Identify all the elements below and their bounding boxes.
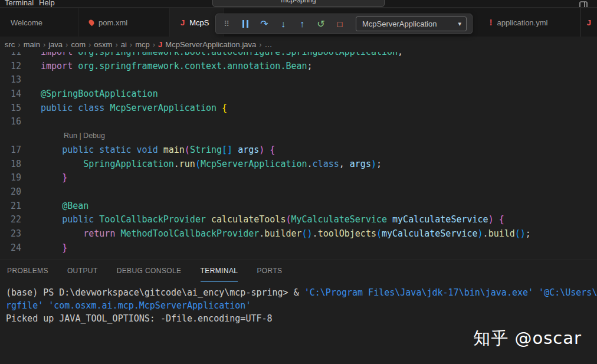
code-line: 12import org.springframework.context.ann…: [0, 60, 597, 74]
debug-config-dropdown[interactable]: McpServerApplication ▾: [356, 17, 467, 31]
line-number[interactable]: 18: [0, 158, 21, 172]
step-over-button[interactable]: ↷: [259, 18, 270, 31]
code-editor[interactable]: 11import org.springframework.boot.autoco…: [0, 52, 597, 260]
tab-pom-xml[interactable]: pom.xml: [78, 8, 170, 37]
line-number[interactable]: 13: [0, 73, 21, 87]
title-bar: Terminal Help mcp-spring: [0, 0, 597, 8]
editor-tab-bar: Welcome pom.xml J McpS ! application.yml…: [0, 8, 597, 37]
breadcrumb-separator: ›: [15, 40, 23, 49]
line-number[interactable]: 17: [0, 143, 21, 158]
code-text: @Bean: [21, 199, 88, 214]
code-line: 14@SpringBootApplication: [0, 87, 597, 101]
panel-tab-ports[interactable]: PORTS: [257, 260, 282, 282]
code-text: [21, 185, 41, 199]
line-number[interactable]: 19: [0, 171, 21, 185]
code-text: SpringApplication.run(McpServerApplicati…: [21, 158, 382, 172]
terminal-line: rgfile' 'com.osxm.ai.mcp.McpServerApplic…: [6, 299, 597, 312]
panel-tab-bar: PROBLEMSOUTPUTDEBUG CONSOLETERMINALPORTS: [0, 260, 597, 282]
line-number[interactable]: 24: [0, 241, 21, 255]
code-line: 11import org.springframework.boot.autoco…: [0, 52, 597, 60]
java-file-icon: J: [587, 19, 591, 27]
code-text: public ToolCallbackProvider calculateToo…: [21, 213, 504, 227]
panel-tab-terminal[interactable]: TERMINAL: [201, 260, 238, 282]
panel-tab-debug-console[interactable]: DEBUG CONSOLE: [117, 260, 182, 282]
tab-label: application.yml: [497, 18, 547, 27]
restart-button[interactable]: ↺: [316, 18, 326, 31]
breadcrumb-item[interactable]: main: [24, 40, 40, 49]
code-text: import org.springframework.boot.autoconf…: [21, 52, 403, 60]
breadcrumb-separator: ›: [150, 40, 158, 49]
maven-icon: [88, 19, 96, 27]
menu-help[interactable]: Help: [39, 0, 55, 7]
chevron-down-icon: ▾: [458, 20, 461, 28]
breadcrumb-item[interactable]: java: [48, 40, 63, 49]
code-text: return MethodToolCallbackProvider.builde…: [21, 227, 531, 241]
line-number[interactable]: 20: [0, 185, 21, 199]
line-number[interactable]: 22: [0, 213, 21, 227]
breadcrumb-item[interactable]: src: [5, 40, 15, 49]
breadcrumb-separator: ›: [256, 40, 264, 49]
code-text: [21, 73, 41, 87]
debug-toolbar: ⠿ ↷ ↓ ↑ ↺ □ McpServerApplication ▾: [215, 14, 473, 34]
pause-button[interactable]: [240, 18, 251, 31]
pause-icon: [242, 20, 248, 28]
code-line: 22 public ToolCallbackProvider calculate…: [0, 213, 597, 227]
command-center-search[interactable]: mcp-spring: [212, 0, 385, 7]
tab-java-cropped[interactable]: J: [580, 8, 597, 37]
breadcrumb-item[interactable]: …: [265, 40, 273, 49]
code-text: [21, 115, 41, 129]
codelens-row: Run | Debug: [0, 129, 597, 143]
code-line: 13: [0, 73, 597, 87]
warning-icon: !: [490, 18, 493, 27]
line-number[interactable]: 23: [0, 227, 21, 241]
panel-tab-problems[interactable]: PROBLEMS: [7, 260, 48, 282]
breadcrumb-item[interactable]: com: [71, 40, 86, 49]
code-line: 19 }: [0, 171, 597, 185]
breadcrumb-item[interactable]: osxm: [94, 40, 112, 49]
code-text: public class McpServerApplication {: [21, 101, 227, 116]
breadcrumb-item[interactable]: JMcpServerApplication.java: [158, 40, 256, 49]
layout-toggle-icon[interactable]: [579, 0, 588, 8]
breadcrumb-separator: ›: [86, 40, 94, 49]
terminal-line: Picked up JAVA_TOOL_OPTIONS: -Dfile.enco…: [6, 312, 597, 325]
code-lines: 11import org.springframework.boot.autoco…: [0, 52, 597, 255]
tab-welcome[interactable]: Welcome: [0, 8, 78, 37]
codelens-link[interactable]: Run | Debug: [21, 129, 105, 143]
breadcrumb-item[interactable]: mcp: [135, 40, 150, 49]
line-number[interactable]: 15: [0, 101, 21, 116]
stop-button[interactable]: □: [334, 18, 345, 31]
code-line: 16: [0, 115, 597, 129]
code-text: }: [21, 241, 67, 255]
code-line: 23 return MethodToolCallbackProvider.bui…: [0, 227, 597, 241]
tab-application-yml[interactable]: ! application.yml: [479, 8, 580, 37]
breadcrumb-separator: ›: [127, 40, 135, 49]
terminal-content[interactable]: (base) PS D:\devworkspace\gitcode\ai_enc…: [0, 282, 597, 325]
menu-terminal[interactable]: Terminal: [5, 0, 34, 7]
code-line: 15public class McpServerApplication {: [0, 101, 597, 116]
code-text: @SpringBootApplication: [21, 87, 158, 101]
code-text: import org.springframework.context.annot…: [21, 60, 313, 74]
debug-config-label: McpServerApplication: [362, 19, 437, 28]
tab-label: Welcome: [11, 18, 42, 27]
vscode-window: Terminal Help mcp-spring Welcome pom.xml…: [0, 0, 597, 364]
line-number[interactable]: 14: [0, 87, 21, 101]
line-number[interactable]: 16: [0, 115, 21, 129]
code-line: 17 public static void main(String[] args…: [0, 143, 597, 158]
line-number[interactable]: 12: [0, 60, 21, 74]
step-out-button[interactable]: ↑: [297, 18, 307, 31]
line-number[interactable]: 21: [0, 199, 21, 214]
tab-label: McpS: [189, 18, 209, 27]
breadcrumb: src›main›java›com›osxm›ai›mcp›JMcpServer…: [0, 37, 597, 52]
panel-tab-output[interactable]: OUTPUT: [67, 260, 98, 282]
line-number[interactable]: [0, 129, 21, 143]
breadcrumb-separator: ›: [40, 40, 48, 49]
drag-handle-icon[interactable]: ⠿: [221, 18, 232, 31]
java-file-icon: J: [158, 41, 162, 48]
step-into-button[interactable]: ↓: [278, 18, 288, 31]
breadcrumb-item[interactable]: ai: [121, 40, 127, 49]
line-number[interactable]: 11: [0, 52, 21, 60]
terminal-line: (base) PS D:\devworkspace\gitcode\ai_enc…: [6, 286, 597, 299]
code-line: 21 @Bean: [0, 199, 597, 214]
breadcrumb-separator: ›: [63, 40, 71, 49]
watermark: 知乎 @oscar: [473, 327, 582, 350]
